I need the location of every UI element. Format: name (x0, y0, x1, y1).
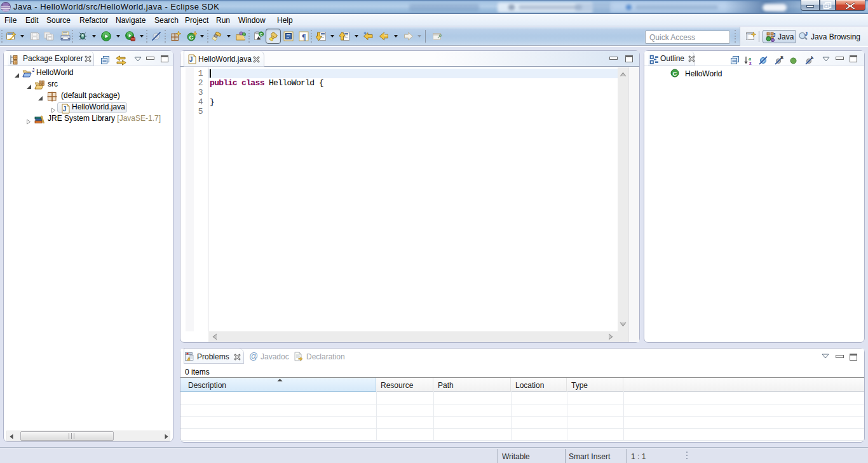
svg-text:C: C (260, 32, 262, 36)
svg-text:J: J (772, 32, 775, 38)
svg-text:C: C (189, 34, 194, 41)
svg-text:S: S (780, 55, 783, 60)
svg-text:J: J (804, 31, 808, 37)
svg-text:C: C (673, 70, 677, 77)
svg-text:J: J (32, 67, 34, 73)
svg-text:J: J (63, 106, 67, 113)
svg-text:z: z (749, 60, 752, 66)
svg-text:¶: ¶ (302, 32, 306, 41)
svg-text:L: L (811, 55, 814, 60)
svg-text:J: J (189, 56, 193, 63)
